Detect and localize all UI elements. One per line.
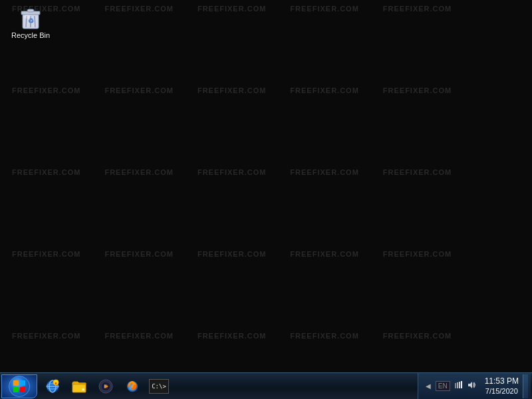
firefox-taskbar-icon[interactable] [120,374,145,398]
svg-rect-28 [459,382,460,388]
start-orb [9,376,30,397]
cmd-taskbar-icon[interactable]: C:\> [146,374,172,398]
media-player-taskbar-icon[interactable] [93,374,118,398]
system-tray: ◀ EN 11 [418,373,531,400]
watermark-text: FREEFIXER.COM [371,5,464,13]
clock-date: 7/15/2020 [485,386,518,396]
watermark-text: FREEFIXER.COM [186,332,278,340]
watermark-text: FREEFIXER.COM [371,332,464,340]
volume-tray-icon[interactable] [466,379,478,393]
clock-time: 11:53 PM [485,376,519,387]
watermark-text: FREEFIXER.COM [0,332,92,340]
watermark-text: FREEFIXER.COM [278,87,370,94]
cmd-icon-display: C:\> [149,379,169,394]
watermark-text: FREEFIXER.COM [278,332,370,340]
watermark-text: FREEFIXER.COM [278,251,370,258]
start-button[interactable] [1,374,37,398]
explorer-taskbar-icon[interactable]: ★ [66,374,92,398]
cmd-label: C:\> [152,383,166,390]
watermark-text: FREEFIXER.COM [186,87,278,94]
watermark-text: FREEFIXER.COM [92,251,185,258]
watermark-text: FREEFIXER.COM [0,169,92,176]
svg-rect-26 [455,383,456,388]
quicklaunch-bar: e ★ [40,374,172,398]
desktop: FREEFIXER.COM FREEFIXER.COM FREEFIXER.CO… [0,0,532,372]
watermark-text: FREEFIXER.COM [92,5,185,13]
watermark-text: FREEFIXER.COM [186,169,278,176]
watermark-text: FREEFIXER.COM [92,332,185,340]
clock-display[interactable]: 11:53 PM 7/15/2020 [481,373,523,400]
recycle-bin-image: ♻ [17,3,44,30]
ie-taskbar-icon[interactable]: e [40,374,65,398]
svg-line-3 [35,16,35,27]
show-desktop-button[interactable] [523,374,528,398]
watermark-text: FREEFIXER.COM [92,169,185,176]
svg-point-7 [24,15,31,19]
watermark-text: FREEFIXER.COM [0,87,92,94]
recycle-bin-label: Recycle Bin [11,31,50,39]
tray-icons-area: ◀ EN [421,379,481,393]
taskbar: e ★ [0,372,532,399]
svg-rect-29 [461,381,462,388]
keyboard-layout-indicator[interactable]: EN [436,381,450,391]
svg-marker-30 [468,382,472,388]
watermark-text: FREEFIXER.COM [186,5,278,13]
watermark-text: FREEFIXER.COM [371,169,464,176]
watermark-text: FREEFIXER.COM [278,5,370,13]
svg-rect-8 [13,380,19,386]
watermark-text: FREEFIXER.COM [186,251,278,258]
svg-rect-27 [457,382,458,388]
watermark-text: FREEFIXER.COM [371,87,464,94]
tray-expand-arrow[interactable]: ◀ [424,382,433,390]
svg-rect-5 [27,9,34,12]
watermark-text: FREEFIXER.COM [92,87,185,94]
watermark-text: FREEFIXER.COM [278,169,370,176]
watermark-text: FREEFIXER.COM [0,251,92,258]
svg-text:★: ★ [81,387,85,392]
recycle-bin-icon[interactable]: ♻ Recycle Bin [7,3,55,39]
watermark-layer: FREEFIXER.COM FREEFIXER.COM FREEFIXER.CO… [0,0,532,372]
svg-rect-9 [20,380,25,386]
watermark-text: FREEFIXER.COM [371,251,464,258]
network-tray-icon[interactable] [453,379,465,393]
svg-rect-10 [13,387,19,392]
svg-rect-11 [20,387,25,392]
svg-text:e: e [55,381,57,385]
